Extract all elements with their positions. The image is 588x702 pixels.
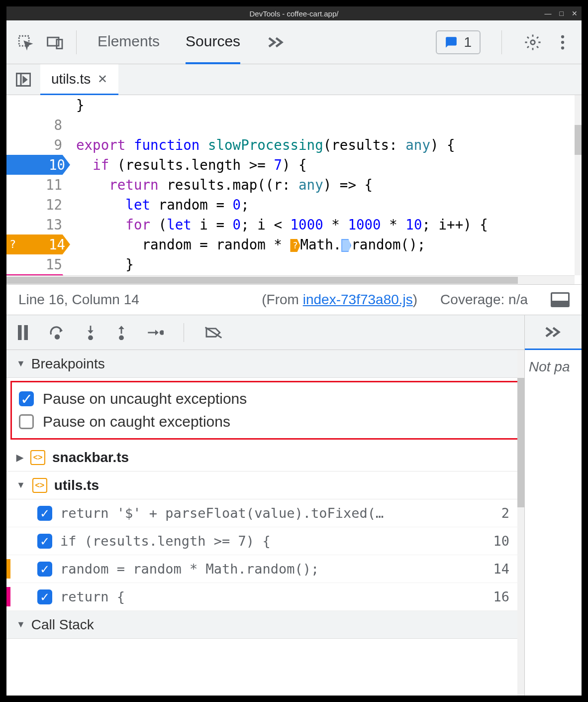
issues-badge[interactable]: 1 bbox=[436, 30, 481, 54]
checkbox-checked-icon[interactable]: ✓ bbox=[37, 562, 52, 577]
vertical-scrollbar[interactable] bbox=[517, 350, 524, 696]
maximize-icon[interactable]: □ bbox=[560, 9, 564, 17]
breakpoint-line: 2 bbox=[501, 505, 509, 521]
minimize-icon[interactable]: — bbox=[545, 9, 552, 17]
file-tab-label: utils.ts bbox=[51, 71, 91, 87]
breakpoint-file-snackbar[interactable]: ▶ <> snackbar.ts bbox=[6, 444, 524, 471]
editor-statusbar: Line 16, Column 14 (From index-73f73a80.… bbox=[6, 284, 582, 315]
checkbox-checked-icon[interactable]: ✓ bbox=[19, 391, 34, 406]
tab-sources[interactable]: Sources bbox=[186, 20, 240, 64]
issues-count: 1 bbox=[464, 34, 472, 50]
settings-icon[interactable] bbox=[523, 32, 543, 52]
coverage-status: Coverage: n/a bbox=[440, 292, 528, 308]
checkbox-checked-icon[interactable]: ✓ bbox=[37, 589, 52, 604]
breakpoint-row[interactable]: ✓if (results.length >= 7) {10 bbox=[6, 527, 524, 555]
step-icon[interactable] bbox=[147, 327, 164, 338]
collapse-icon: ▼ bbox=[16, 358, 25, 369]
exception-breakpoints-highlight: ✓ Pause on uncaught exceptions Pause on … bbox=[10, 381, 520, 440]
script-file-icon: <> bbox=[32, 478, 47, 493]
pause-uncaught-row[interactable]: ✓ Pause on uncaught exceptions bbox=[19, 387, 512, 410]
svg-point-11 bbox=[55, 335, 59, 338]
pause-caught-row[interactable]: Pause on caught exceptions bbox=[19, 410, 512, 433]
breakpoint-row[interactable]: ✓return {16 bbox=[6, 583, 524, 611]
window-titlebar: DevTools - coffee-cart.app/ — □ ✕ bbox=[6, 6, 582, 20]
breakpoint-line: 10 bbox=[493, 533, 509, 549]
source-from: (From index-73f73a80.js) bbox=[262, 292, 417, 308]
breakpoint-file-utils[interactable]: ▼ <> utils.ts bbox=[6, 471, 524, 499]
breakpoint-row[interactable]: ✓return '$' + parseFloat(value).toFixed(… bbox=[6, 499, 524, 527]
breakpoints-section-header[interactable]: ▼ Breakpoints bbox=[6, 350, 524, 378]
device-toggle-icon[interactable] bbox=[45, 32, 65, 52]
breakpoint-code: random = random * Math.random(); bbox=[60, 561, 485, 577]
window-title: DevTools - coffee-cart.app/ bbox=[250, 9, 339, 18]
pause-icon[interactable] bbox=[16, 325, 29, 340]
collapse-icon: ▼ bbox=[16, 619, 25, 630]
svg-point-4 bbox=[561, 35, 564, 38]
breakpoint-row[interactable]: ✓random = random * Math.random();14 bbox=[6, 555, 524, 583]
svg-point-15 bbox=[120, 336, 123, 339]
callstack-section-header[interactable]: ▼ Call Stack bbox=[6, 611, 524, 639]
svg-point-3 bbox=[531, 40, 535, 44]
right-sidebar: Not pa bbox=[525, 315, 582, 696]
tab-elements[interactable]: Elements bbox=[98, 20, 160, 64]
script-file-icon: <> bbox=[30, 450, 45, 465]
vertical-scrollbar[interactable] bbox=[575, 95, 582, 275]
svg-rect-2 bbox=[57, 39, 62, 48]
collapse-icon: ▼ bbox=[16, 480, 25, 490]
not-paused-label: Not pa bbox=[525, 350, 582, 384]
drawer-toggle-icon[interactable] bbox=[551, 292, 570, 307]
main-toolbar: Elements Sources 1 bbox=[6, 20, 582, 64]
svg-rect-10 bbox=[24, 325, 28, 340]
debugger-toolbar bbox=[6, 315, 524, 350]
svg-point-17 bbox=[160, 331, 164, 334]
navigator-toggle-icon[interactable] bbox=[6, 64, 40, 95]
close-icon[interactable]: ✕ bbox=[572, 9, 578, 17]
checkbox-checked-icon[interactable]: ✓ bbox=[37, 534, 52, 549]
sourcemap-link[interactable]: index-73f73a80.js bbox=[303, 292, 413, 307]
breakpoint-line: 16 bbox=[493, 589, 509, 604]
breakpoint-code: return { bbox=[60, 589, 485, 604]
horizontal-scrollbar[interactable] bbox=[6, 275, 575, 284]
checkbox-checked-icon[interactable]: ✓ bbox=[37, 506, 52, 521]
checkbox-unchecked-icon[interactable] bbox=[19, 414, 34, 429]
cursor-position: Line 16, Column 14 bbox=[18, 292, 139, 308]
close-tab-icon[interactable]: ✕ bbox=[98, 72, 107, 86]
kebab-menu-icon[interactable] bbox=[553, 32, 573, 52]
step-out-icon[interactable] bbox=[116, 325, 127, 340]
inspect-icon[interactable] bbox=[15, 32, 35, 52]
deactivate-breakpoints-icon[interactable] bbox=[204, 326, 223, 340]
svg-rect-9 bbox=[18, 325, 22, 340]
breakpoint-code: return '$' + parseFloat(value).toFixed(… bbox=[60, 505, 493, 521]
step-over-icon[interactable] bbox=[49, 326, 65, 340]
more-panes-icon[interactable] bbox=[525, 315, 582, 350]
file-tab-bar: utils.ts ✕ bbox=[6, 64, 582, 95]
svg-point-13 bbox=[89, 336, 93, 339]
step-into-icon[interactable] bbox=[85, 325, 96, 340]
breakpoint-code: if (results.length >= 7) { bbox=[60, 533, 485, 549]
expand-icon: ▶ bbox=[16, 452, 23, 463]
svg-point-5 bbox=[561, 40, 564, 43]
code-editor[interactable]: 8910111213141516 }export function slowPr… bbox=[6, 95, 582, 284]
breakpoint-line: 14 bbox=[493, 561, 509, 577]
more-tabs-icon[interactable] bbox=[266, 32, 286, 52]
file-tab-utils[interactable]: utils.ts ✕ bbox=[40, 64, 118, 95]
svg-point-6 bbox=[561, 46, 564, 49]
